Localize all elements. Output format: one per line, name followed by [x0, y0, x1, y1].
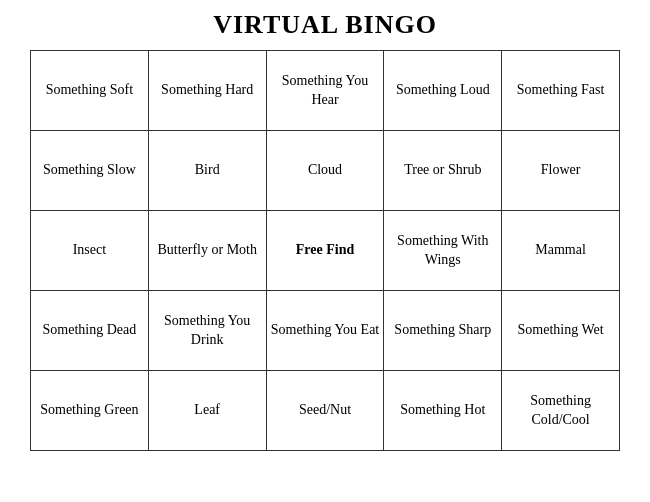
bingo-cell-4-3[interactable]: Something Hot [384, 371, 502, 451]
bingo-cell-0-1[interactable]: Something Hard [148, 51, 266, 131]
bingo-cell-4-2[interactable]: Seed/Nut [266, 371, 384, 451]
bingo-cell-4-1[interactable]: Leaf [148, 371, 266, 451]
bingo-cell-0-2[interactable]: Something You Hear [266, 51, 384, 131]
bingo-cell-2-1[interactable]: Butterfly or Moth [148, 211, 266, 291]
bingo-cell-1-0[interactable]: Something Slow [31, 131, 149, 211]
bingo-cell-1-2[interactable]: Cloud [266, 131, 384, 211]
bingo-cell-3-0[interactable]: Something Dead [31, 291, 149, 371]
bingo-cell-3-3[interactable]: Something Sharp [384, 291, 502, 371]
bingo-cell-0-0[interactable]: Something Soft [31, 51, 149, 131]
bingo-cell-0-3[interactable]: Something Loud [384, 51, 502, 131]
bingo-cell-4-0[interactable]: Something Green [31, 371, 149, 451]
bingo-grid: Something SoftSomething HardSomething Yo… [30, 50, 620, 451]
bingo-cell-3-2[interactable]: Something You Eat [266, 291, 384, 371]
bingo-cell-1-3[interactable]: Tree or Shrub [384, 131, 502, 211]
bingo-cell-4-4[interactable]: Something Cold/Cool [502, 371, 620, 451]
bingo-cell-2-2[interactable]: Free Find [266, 211, 384, 291]
bingo-cell-2-0[interactable]: Insect [31, 211, 149, 291]
bingo-cell-2-4[interactable]: Mammal [502, 211, 620, 291]
bingo-cell-3-1[interactable]: Something You Drink [148, 291, 266, 371]
bingo-cell-0-4[interactable]: Something Fast [502, 51, 620, 131]
bingo-cell-1-1[interactable]: Bird [148, 131, 266, 211]
bingo-cell-2-3[interactable]: Something With Wings [384, 211, 502, 291]
bingo-cell-1-4[interactable]: Flower [502, 131, 620, 211]
bingo-cell-3-4[interactable]: Something Wet [502, 291, 620, 371]
page-title: VIRTUAL BINGO [213, 10, 437, 40]
